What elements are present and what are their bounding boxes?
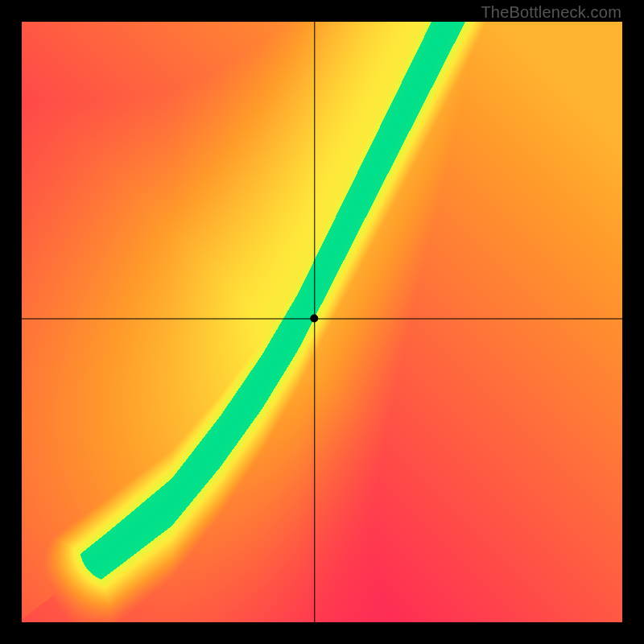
chart-frame: TheBottleneck.com xyxy=(0,0,644,644)
watermark-text: TheBottleneck.com xyxy=(481,3,621,22)
heatmap-canvas xyxy=(22,22,622,622)
